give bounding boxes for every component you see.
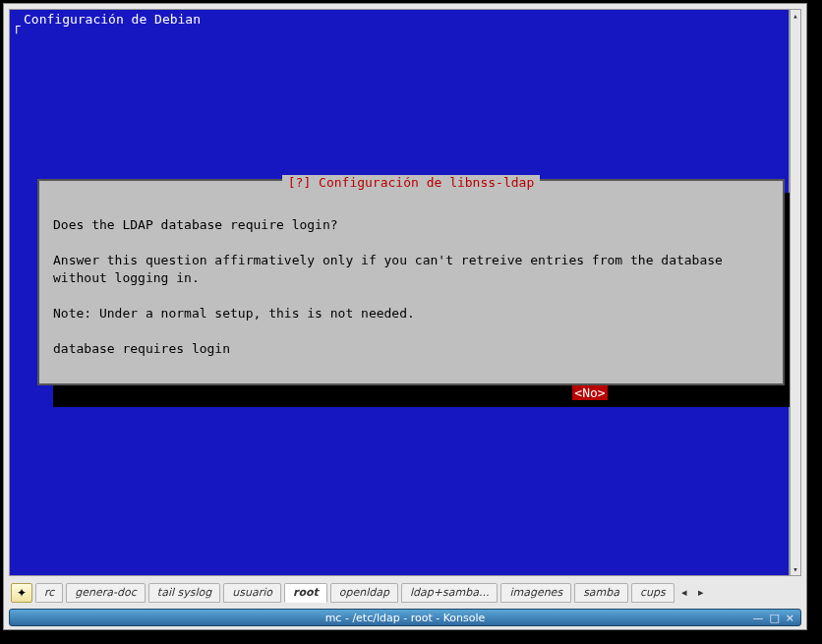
konsole-window: ┌ Configuración de Debian [?] Configurac… xyxy=(3,3,807,630)
tab-ldap-samba-[interactable]: ldap+samba... xyxy=(401,583,498,603)
scroll-up-icon[interactable]: ▴ xyxy=(791,10,800,22)
sparkle-icon: ✦ xyxy=(17,586,27,600)
terminal-scrollbar[interactable]: ▴ ▾ xyxy=(790,9,801,576)
dialog-question: Does the LDAP database require login? xyxy=(53,217,338,232)
dialog-body: Does the LDAP database require login? An… xyxy=(53,199,769,376)
dialog-buttons: <Sí> <No> xyxy=(53,385,769,400)
window-titlebar: mc - /etc/ldap - root - Konsole — □ × xyxy=(9,609,801,626)
tabs-scroll-right-icon[interactable]: ▸ xyxy=(694,583,708,603)
tabs-scroll-left-icon[interactable]: ◂ xyxy=(677,583,691,603)
scroll-down-icon[interactable]: ▾ xyxy=(791,563,800,575)
tab-tail-syslog[interactable]: tail syslog xyxy=(148,583,220,603)
tab-samba[interactable]: samba xyxy=(574,583,628,603)
tab-cups[interactable]: cups xyxy=(631,583,675,603)
minimize-button[interactable]: — xyxy=(752,612,763,624)
maximize-button[interactable]: □ xyxy=(769,612,779,624)
tab-imagenes[interactable]: imagenes xyxy=(500,583,571,603)
new-tab-button[interactable]: ✦ xyxy=(11,583,32,603)
dialog-field-label: database requires login xyxy=(53,341,230,356)
window-title: mc - /etc/ldap - root - Konsole xyxy=(10,612,800,624)
yes-button[interactable]: <Sí> xyxy=(216,385,247,400)
debconf-header: Configuración de Debian xyxy=(24,12,201,27)
no-button[interactable]: <No> xyxy=(572,385,607,400)
konsole-tabbar: ✦ rcgenera-doctail syslogusuariorootopen… xyxy=(9,580,801,605)
tab-root[interactable]: root xyxy=(284,583,327,603)
tab-usuario[interactable]: usuario xyxy=(223,583,281,603)
terminal-viewport: ┌ Configuración de Debian [?] Configurac… xyxy=(9,9,790,576)
tab-rc[interactable]: rc xyxy=(35,583,63,603)
dialog-title: [?] Configuración de libnss-ldap xyxy=(282,175,540,190)
tab-genera-doc[interactable]: genera-doc xyxy=(66,583,145,603)
close-button[interactable]: × xyxy=(786,612,794,624)
dialog-help-2: Note: Under a normal setup, this is not … xyxy=(53,306,415,321)
tab-openldap[interactable]: openldap xyxy=(330,583,398,603)
dialog-help-1: Answer this question affirmatively only … xyxy=(53,253,731,285)
debconf-dialog: [?] Configuración de libnss-ldap Does th… xyxy=(37,179,785,385)
frame-corner: ┌ xyxy=(13,19,21,33)
